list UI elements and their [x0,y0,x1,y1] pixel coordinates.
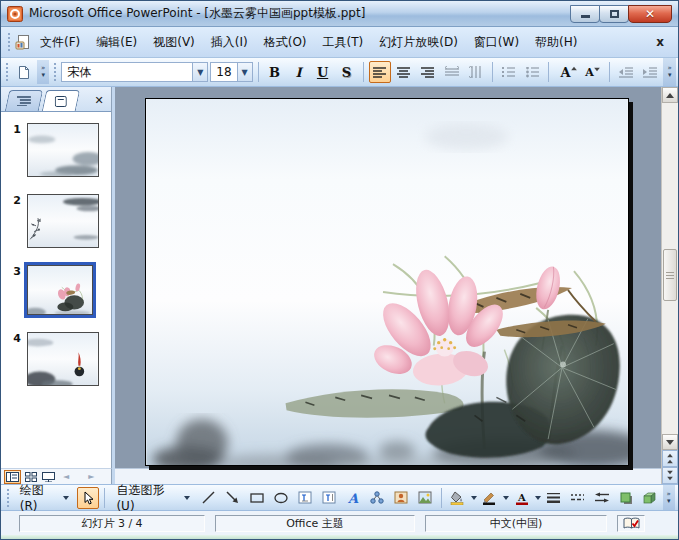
decrease-font-size-button[interactable]: A [578,61,600,83]
spellcheck-status[interactable] [617,515,645,532]
thumb-scroll-left-icon[interactable]: ◄ [63,473,69,481]
draw-menu-button[interactable]: 绘图(R) [14,487,76,509]
close-button[interactable]: ✕ [628,5,672,23]
new-presentation-button[interactable] [13,61,35,83]
slide-4-row[interactable]: 4 [1,329,111,389]
wordart-button[interactable]: A [342,487,364,509]
menu-window[interactable]: 窗口(W) [467,30,526,55]
toolbar-grip[interactable] [5,62,9,82]
drawbar-grip[interactable] [6,488,10,508]
drawbar-overflow-button[interactable]: »▾ [663,485,675,510]
thumb-scroll-right-icon[interactable]: ► [88,473,94,481]
slide-3-thumbnail[interactable] [27,265,93,315]
bullets-button[interactable] [521,61,543,83]
vertical-text-box-button[interactable] [318,487,340,509]
previous-slide-button[interactable] [662,450,678,467]
align-left-button[interactable] [369,61,391,83]
decrease-indent-button[interactable] [615,61,637,83]
slide-3-row-selected[interactable]: 3 [1,262,111,318]
insert-clipart-button[interactable] [390,487,412,509]
font-name-combo[interactable]: 宋体 ▼ [61,62,208,82]
insert-picture-button[interactable] [414,487,436,509]
window-controls: ✕ [571,5,672,23]
normal-view-button[interactable] [4,470,21,484]
align-left-icon [373,67,386,78]
panel-close-icon[interactable]: ✕ [90,90,108,111]
minimize-button[interactable] [570,5,600,23]
shadow-style-button[interactable] [615,487,637,509]
align-center-button[interactable] [393,61,415,83]
scrollbar-track[interactable] [662,103,678,434]
3d-style-button[interactable] [639,487,661,509]
maximize-button[interactable] [599,5,629,23]
document-close-icon[interactable]: x [646,35,674,49]
italic-button[interactable]: I [288,61,310,83]
slide-ink-painting [146,99,628,465]
autoshapes-menu-button[interactable]: 自选图形(U) [110,487,195,509]
slide-canvas[interactable] [115,87,661,468]
slide-2-row[interactable]: 2 [1,191,111,251]
menu-file[interactable]: 文件(F) [33,30,87,55]
arrow-tool-button[interactable] [222,487,244,509]
menu-slideshow[interactable]: 幻灯片放映(D) [372,30,465,55]
increase-font-size-button[interactable]: A [554,61,576,83]
drawing-toolbar: 绘图(R) 自选图形(U) A [1,484,678,511]
tab-slides[interactable] [42,90,80,111]
distribute-button[interactable] [441,61,463,83]
menubar-grip[interactable] [7,32,11,52]
toolbar-grip-2[interactable] [53,62,57,82]
menu-tools[interactable]: 工具(T) [316,30,371,55]
spellcheck-book-icon [623,517,640,530]
menu-insert[interactable]: 插入(I) [204,30,255,55]
horizontal-scrollbar[interactable] [115,468,661,484]
text-direction-button[interactable] [465,61,487,83]
scroll-down-button[interactable] [662,434,678,450]
new-document-icon [17,65,31,80]
menu-view[interactable]: 视图(V) [146,30,202,55]
slide-2-thumbnail[interactable] [27,194,99,248]
underline-button[interactable]: U [312,61,334,83]
toolbar-options-button[interactable]: »▾ [37,60,50,84]
separator [492,62,493,82]
slide-1-thumbnail[interactable] [27,123,99,177]
slide-1-row[interactable]: 1 [1,120,111,180]
line-style-button[interactable] [543,487,565,509]
scroll-up-button[interactable] [662,87,678,103]
arrow-style-button[interactable] [591,487,613,509]
fill-color-dropdown-icon[interactable] [471,496,477,500]
select-objects-button[interactable] [77,487,99,509]
scrollbar-thumb[interactable] [663,249,677,301]
decrease-font-icon: A [585,66,594,79]
oval-tool-button[interactable] [270,487,292,509]
font-color-dropdown-icon[interactable] [535,496,541,500]
toolbar-overflow-button[interactable]: »▾ [663,58,676,86]
bold-button[interactable]: B [264,61,286,83]
line-color-dropdown-icon[interactable] [503,496,509,500]
increase-indent-button[interactable] [639,61,661,83]
slide-4-thumbnail[interactable] [27,332,99,386]
font-size-dropdown-icon[interactable]: ▼ [237,63,252,81]
diagram-button[interactable] [366,487,388,509]
fill-color-button[interactable] [447,487,469,509]
line-tool-button[interactable] [198,487,220,509]
theme-indicator[interactable]: Office 主题 [215,515,415,532]
menu-format[interactable]: 格式(O) [257,30,314,55]
dash-style-button[interactable] [567,487,589,509]
align-right-button[interactable] [417,61,439,83]
next-slide-button[interactable] [662,467,678,484]
font-size-combo[interactable]: 18 ▼ [210,62,252,82]
font-color-button[interactable]: A [511,487,533,509]
line-color-button[interactable] [479,487,501,509]
tab-outline[interactable] [5,90,43,111]
numbered-list-button[interactable] [497,61,519,83]
slide-number: 3 [1,262,21,278]
text-box-button[interactable] [294,487,316,509]
menu-edit[interactable]: 编辑(E) [89,30,144,55]
slide-3-editing-surface[interactable] [145,98,629,466]
rectangle-tool-button[interactable] [246,487,268,509]
text-shadow-button[interactable]: S [336,61,358,83]
language-indicator[interactable]: 中文(中国) [425,515,607,532]
menu-help[interactable]: 帮助(H) [528,30,584,55]
increase-indent-icon [643,67,657,78]
font-name-dropdown-icon[interactable]: ▼ [192,63,207,81]
